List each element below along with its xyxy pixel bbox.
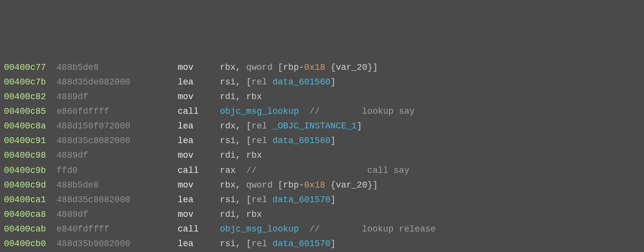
operand-token-cm: // call say [235,166,409,175]
asm-line[interactable]: 00400ca8 4889df mov rdi, rbx [4,207,640,222]
disassembly-panel: 00400c77 488b5de8 mov rbx, qword [rbp-0x… [4,60,640,252]
operand-token-tok [273,63,278,72]
mnemonic: lea [177,239,219,249]
hex-bytes: 488d35de082000 [57,77,177,87]
operand-token-br: ] [331,136,336,146]
asm-line[interactable]: 00400cb0 488d35b9082000 lea rsi, [rel da… [4,236,640,251]
operand-token-br: ] [331,77,336,87]
operand-token-br: [ [246,195,252,205]
address: 00400c98 [4,150,46,160]
asm-line[interactable]: 00400c98 4889df mov rdi, rbx [4,148,640,163]
operand-token-sym: data_601560 [273,136,331,146]
operand-token-reg: rbp [283,63,299,72]
mnemonic: lea [177,121,219,131]
operand-token-br: [ [246,136,252,146]
asm-line[interactable]: 00400cab e840fdffff call objc_msg_lookup… [4,222,640,236]
operands: rbx, qword [rbp-0x18 {var_20}] [220,180,378,190]
address: 00400c9b [4,166,46,175]
address: 00400c82 [4,92,46,102]
address: 00400c91 [4,136,46,146]
operand-token-tok: , [235,195,246,205]
address: 00400ca1 [4,195,46,205]
operand-token-kw: rel [252,121,267,131]
operand-token-br: [ [278,180,283,190]
operands: rdi, rbx [220,92,262,102]
mnemonic: mov [177,180,219,190]
hex-bytes: e866fdffff [57,106,177,116]
operand-token-kw: rel [252,239,267,249]
operand-token-tok: , [235,92,246,102]
operands: rsi, [rel data_601570] [220,239,336,249]
operands: rax // call say [220,166,410,175]
address: 00400cb0 [4,239,46,249]
operand-token-br: ] [357,121,362,131]
address: 00400c8a [4,121,46,131]
operand-token-reg: rdi [220,210,235,219]
operand-token-reg: rbx [220,63,235,72]
hex-bytes: 488b5de8 [57,180,177,190]
asm-line[interactable]: 00400c91 488d35c8082000 lea rsi, [rel da… [4,133,640,148]
operand-token-br: ] [372,63,378,72]
operand-token-reg: rbp [283,180,299,190]
operand-token-tok: , [235,63,246,72]
operand-token-br: ] [331,239,336,249]
asm-line[interactable]: 00400c82 4889df mov rdi, rbx [4,89,640,104]
operand-token-reg: rsi [220,77,235,87]
asm-line[interactable]: 00400ca1 488d35c8082000 lea rsi, [rel da… [4,192,640,207]
operand-token-kw: rel [252,195,267,205]
mnemonic: mov [177,92,219,102]
operand-token-tok [267,195,273,205]
operand-token-tok: , [235,136,246,146]
operand-token-reg: rbx [246,150,262,160]
asm-line[interactable]: 00400c8a 488d150f072000 lea rdx, [rel _O… [4,119,640,133]
operand-token-num: 0x18 [304,180,325,190]
operand-token-br: { [331,63,336,72]
operand-token-sym: data_601570 [273,239,331,249]
address: 00400c7b [4,77,46,87]
operand-token-sym: data_601570 [273,195,331,205]
operand-token-tok: , [235,210,246,219]
operands: rbx, qword [rbp-0x18 {var_20}] [220,63,378,72]
operand-token-tok: - [299,180,304,190]
address: 00400ca8 [4,210,46,219]
mnemonic: lea [177,195,219,205]
operand-token-tok: , [235,77,246,87]
hex-bytes: 4889df [57,210,177,219]
operand-token-reg: rbx [246,210,262,219]
asm-line[interactable]: 00400c7b 488d35de082000 lea rsi, [rel da… [4,75,640,89]
operand-token-tok [267,121,273,131]
operands: rsi, [rel data_601560] [220,136,336,146]
operand-token-tok [267,239,273,249]
operand-token-br: [ [246,239,252,249]
operand-token-reg: var_20 [336,63,368,72]
mnemonic: lea [177,136,219,146]
operands: objc_msg_lookup // lookup release [220,224,436,234]
operand-token-reg: rax [220,166,235,175]
operand-token-tok: , [235,180,246,190]
hex-bytes: 488b5de8 [57,63,177,72]
asm-line[interactable]: 00400c85 e866fdffff call objc_msg_lookup… [4,104,640,119]
operand-token-reg: rbx [220,180,235,190]
operand-token-br: } [367,180,372,190]
mnemonic: mov [177,210,219,219]
operand-token-tok: - [299,63,304,72]
operand-token-reg: rsi [220,136,235,146]
hex-bytes: 4889df [57,150,177,160]
operands: rdi, rbx [220,210,262,219]
asm-line[interactable]: 00400c77 488b5de8 mov rbx, qword [rbp-0x… [4,60,640,75]
mnemonic: call [177,166,219,175]
operand-token-reg: rdx [220,121,235,131]
operand-token-br: [ [246,77,252,87]
mnemonic: lea [177,77,219,87]
operand-token-tok [267,77,273,87]
operands: objc_msg_lookup // lookup say [220,106,415,116]
operand-token-kw: rel [252,77,267,87]
asm-line[interactable]: 00400c9b ffd0 call rax // call say [4,163,640,178]
operand-token-br: [ [278,63,283,72]
hex-bytes: 488d35c8082000 [57,195,177,205]
operand-token-tok: , [235,121,246,131]
asm-line[interactable]: 00400c9d 488b5de8 mov rbx, qword [rbp-0x… [4,178,640,192]
operand-token-tok: , [235,239,246,249]
mnemonic: mov [177,150,219,160]
hex-bytes: ffd0 [57,166,177,175]
